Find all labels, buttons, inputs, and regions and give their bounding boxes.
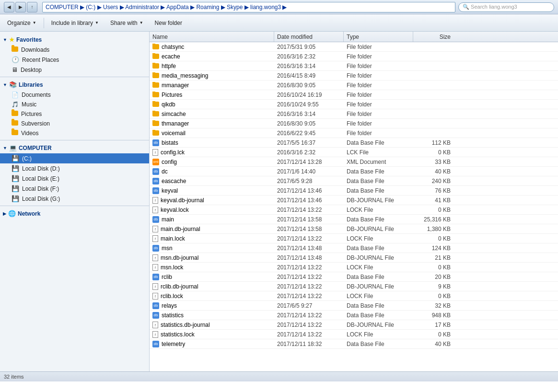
table-row[interactable]: db dc 2017/1/6 14:40 Data Base File 40 K… [150,167,558,176]
organize-button[interactable]: Organize ▼ [2,16,42,30]
table-row[interactable]: simcache 2016/3/16 3:14 File folder [150,109,558,119]
include-in-library-button[interactable]: Include in library ▼ [46,16,104,30]
favorites-section[interactable]: ▼ ★ Favorites [0,35,149,45]
share-with-button[interactable]: Share with ▼ [105,16,149,30]
back-button[interactable]: ◀ [4,2,14,12]
document-icon: f [152,264,158,271]
table-row[interactable]: db eascache 2017/6/5 9:28 Data Base File… [150,176,558,186]
sidebar-item-desktop[interactable]: 🖥 Desktop [0,65,149,75]
file-name: f main.lock [150,235,274,242]
table-row[interactable]: f main.db-journal 2017/12/14 13:58 DB-JO… [150,224,558,234]
table-row[interactable]: f msn.db-journal 2017/12/14 13:48 DB-JOU… [150,253,558,263]
folder-icon [152,73,159,78]
sidebar-item-local-f[interactable]: 💾 Local Disk (F:) [0,184,149,194]
table-row[interactable]: chatsync 2017/5/31 9:05 File folder [150,42,558,52]
toolbar-separator-1 [44,18,44,28]
table-row[interactable]: db statistics 2017/12/14 13:22 Data Base… [150,311,558,320]
file-date: 2017/12/14 13:48 [274,245,344,252]
document-icon: f [152,207,158,213]
table-row[interactable]: f rclib.db-journal 2017/12/14 13:22 DB-J… [150,282,558,291]
table-row[interactable]: db msn 2017/12/14 13:48 Data Base File 1… [150,243,558,253]
up-button[interactable]: ↑ [27,2,37,12]
file-date: 2016/3/16 3:14 [274,63,344,69]
favorites-label: Favorites [16,36,42,43]
file-name: simcache [150,111,274,117]
sidebar-item-music[interactable]: 🎵 Music [0,100,149,109]
computer-expand-icon: ▼ [3,146,7,150]
sidebar-item-c-drive[interactable]: 💾 (C:) [0,153,149,163]
table-row[interactable]: db telemetry 2017/12/11 18:32 Data Base … [150,339,558,349]
downloads-icon [12,46,18,53]
file-date: 2016/10/24 16:19 [274,92,344,98]
local-g-icon: 💾 [12,195,19,202]
table-row[interactable]: mmanager 2016/8/30 9:05 File folder [150,81,558,90]
sidebar-item-local-g[interactable]: 💾 Local Disk (G:) [0,194,149,204]
local-e-icon: 💾 [12,175,19,182]
file-date: 2017/12/14 13:46 [274,187,344,194]
table-row[interactable]: f statistics.lock 2017/12/14 13:22 LOCK … [150,330,558,339]
file-type: LOCK File [344,207,413,213]
col-header-size[interactable]: Size [413,32,456,42]
sidebar-item-local-e[interactable]: 💾 Local Disk (E:) [0,173,149,184]
file-size: 40 KB [413,341,456,347]
search-box[interactable]: 🔍 Search liang.wong3 [458,2,554,12]
file-name: f statistics.lock [150,331,274,338]
table-row[interactable]: db main 2017/12/14 13:58 Data Base File … [150,215,558,224]
sidebar-item-local-d[interactable]: 💾 Local Disk (D:) [0,163,149,173]
file-date: 2016/3/16 2:32 [274,53,344,60]
table-row[interactable]: f rclib.lock 2017/12/14 13:22 LOCK File … [150,291,558,301]
file-type: File folder [344,130,413,137]
file-date: 2017/6/5 9:28 [274,178,344,184]
file-size: 240 KB [413,178,456,184]
sidebar-item-subversion[interactable]: Subversion [0,119,149,128]
include-arrow-icon: ▼ [95,21,99,25]
recent-places-icon: 🕐 [12,56,19,63]
new-folder-button[interactable]: New folder [150,16,187,30]
breadcrumb[interactable]: COMPUTER ▶ (C:) ▶ Users ▶ Administrator … [42,2,455,12]
table-row[interactable]: xml config 2017/12/14 13:28 XML Document… [150,157,558,167]
table-row[interactable]: f keyval.lock 2017/12/14 13:22 LOCK File… [150,205,558,215]
table-row[interactable]: media_messaging 2016/4/15 8:49 File fold… [150,71,558,81]
table-row[interactable]: db relays 2017/6/5 9:27 Data Base File 3… [150,301,558,311]
table-row[interactable]: db bistats 2017/5/5 16:37 Data Base File… [150,138,558,148]
folder-icon [152,92,159,97]
file-date: 2016/6/22 9:45 [274,130,344,137]
forward-button[interactable]: ▶ [15,2,26,12]
col-header-name[interactable]: Name [150,32,274,42]
table-row[interactable]: Pictures 2016/10/24 16:19 File folder [150,90,558,100]
table-row[interactable]: f keyval.db-journal 2017/12/14 13:46 DB-… [150,196,558,205]
table-row[interactable]: ecache 2016/3/16 2:32 File folder [150,52,558,61]
table-row[interactable]: voicemail 2016/6/22 9:45 File folder [150,128,558,138]
table-row[interactable]: db rclib 2017/12/14 13:22 Data Base File… [150,272,558,282]
table-row[interactable]: thmanager 2016/8/30 9:05 File folder [150,119,558,128]
sidebar-item-recent-places[interactable]: 🕐 Recent Places [0,55,149,65]
file-type: File folder [344,53,413,60]
star-icon: ★ [9,36,14,43]
folder-icon [152,44,159,49]
table-row[interactable]: f config.lck 2016/3/16 2:32 LCK File 0 K… [150,148,558,157]
file-name: httpfe [150,63,274,69]
table-row[interactable]: f statistics.db-journal 2017/12/14 13:22… [150,320,558,330]
file-size: 9 KB [413,283,456,290]
sidebar-item-downloads[interactable]: Downloads [0,45,149,55]
computer-section[interactable]: ▼ 💻 COMPUTER [0,142,149,153]
file-type: LCK File [344,149,413,156]
col-header-date[interactable]: Date modified [274,32,344,42]
file-size: 0 KB [413,207,456,213]
table-row[interactable]: f msn.lock 2017/12/14 13:22 LOCK File 0 … [150,263,558,272]
table-row[interactable]: qikdb 2016/10/24 9:55 File folder [150,100,558,109]
file-type: DB-JOURNAL File [344,197,413,204]
c-drive-icon: 💾 [12,155,19,162]
file-date: 2017/1/6 14:40 [274,168,344,175]
sidebar-item-videos[interactable]: Videos [0,128,149,138]
table-row[interactable]: db keyval 2017/12/14 13:46 Data Base Fil… [150,186,558,196]
table-row[interactable]: httpfe 2016/3/16 3:14 File folder [150,61,558,71]
table-row[interactable]: f main.lock 2017/12/14 13:22 LOCK File 0… [150,234,558,243]
folder-icon [152,111,159,116]
libraries-section[interactable]: ▼ 📚 Libraries [0,79,149,90]
sidebar-item-pictures[interactable]: Pictures [0,109,149,119]
col-header-type[interactable]: Type [344,32,413,42]
file-type: File folder [344,82,413,89]
network-section[interactable]: ▶ 🌐 Network [0,208,149,219]
sidebar-item-documents[interactable]: 📄 Documents [0,90,149,100]
